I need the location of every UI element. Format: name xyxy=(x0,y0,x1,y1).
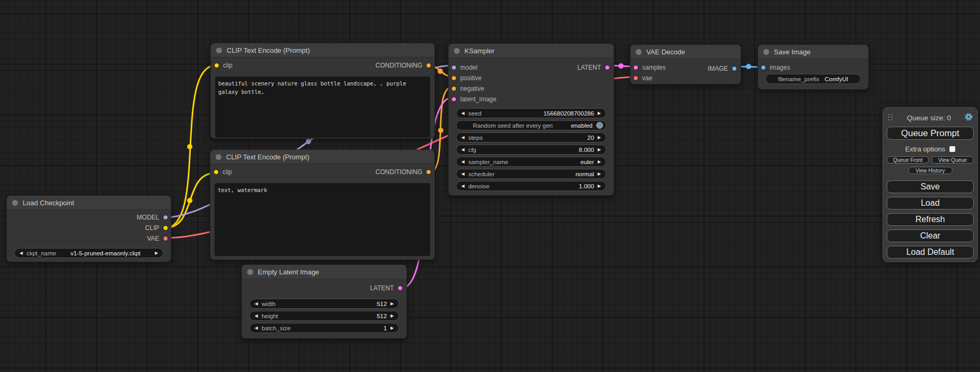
extra-options-checkbox[interactable] xyxy=(949,146,955,152)
batch-size-widget[interactable]: batch_size 1 xyxy=(249,323,399,333)
next-arrow-icon[interactable] xyxy=(155,251,158,255)
latent-port-icon[interactable] xyxy=(451,97,457,102)
node-empty-latent-image[interactable]: Empty Latent Image LATENT width 512 heig… xyxy=(241,264,407,339)
ckpt-name-widget[interactable]: ckpt_name v1-5-pruned-emaonly.ckpt xyxy=(14,248,163,258)
increment-arrow-icon[interactable] xyxy=(598,148,601,152)
filename-prefix-widget[interactable]: filename_prefix ComfyUI xyxy=(765,74,861,84)
drag-handle-icon[interactable] xyxy=(888,114,894,121)
latent-port-icon[interactable] xyxy=(605,65,610,70)
node-graph-canvas[interactable]: CLIP Text Encode (Prompt) clip CONDITION… xyxy=(0,0,980,372)
input-port-negative[interactable]: negative xyxy=(449,83,614,94)
model-port-icon[interactable] xyxy=(163,215,168,220)
node-title-bar[interactable]: CLIP Text Encode (Prompt) xyxy=(211,43,434,58)
increment-arrow-icon[interactable] xyxy=(598,172,601,176)
decrement-arrow-icon[interactable] xyxy=(255,326,258,330)
output-port-latent[interactable]: LATENT xyxy=(577,62,610,73)
increment-arrow-icon[interactable] xyxy=(598,136,601,140)
decrement-arrow-icon[interactable] xyxy=(255,314,258,318)
collapse-dot-icon[interactable] xyxy=(763,49,769,55)
image-port-icon[interactable] xyxy=(761,65,766,70)
width-widget[interactable]: width 512 xyxy=(249,299,399,309)
load-default-button[interactable]: Load Default xyxy=(887,246,974,259)
increment-arrow-icon[interactable] xyxy=(391,302,394,306)
clear-button[interactable]: Clear xyxy=(887,230,974,242)
clip-port-icon[interactable] xyxy=(163,225,168,231)
clip-port-icon[interactable] xyxy=(214,169,219,175)
output-port-clip[interactable]: CLIP xyxy=(7,223,171,233)
output-port-latent[interactable]: LATENT xyxy=(370,283,403,293)
decrement-arrow-icon[interactable] xyxy=(461,160,464,164)
view-history-button[interactable]: View History xyxy=(908,167,953,174)
node-clip-text-encode-negative[interactable]: CLIP Text Encode (Prompt) clip CONDITION… xyxy=(210,149,435,260)
increment-arrow-icon[interactable] xyxy=(598,160,601,164)
decrement-arrow-icon[interactable] xyxy=(461,111,464,116)
prompt-textarea[interactable]: text, watermark xyxy=(215,183,430,256)
decrement-arrow-icon[interactable] xyxy=(461,184,464,188)
view-queue-button[interactable]: View Queue xyxy=(932,156,974,164)
increment-arrow-icon[interactable] xyxy=(391,326,394,330)
output-port-image[interactable]: IMAGE xyxy=(707,63,737,74)
collapse-dot-icon[interactable] xyxy=(247,269,253,275)
prompt-textarea[interactable]: beautiful scenery nature glass bottle la… xyxy=(215,77,430,138)
latent-port-icon[interactable] xyxy=(397,285,403,291)
collapse-dot-icon[interactable] xyxy=(636,49,642,55)
input-port-vae[interactable]: vae xyxy=(630,73,741,83)
decrement-arrow-icon[interactable] xyxy=(461,148,464,152)
node-vae-decode[interactable]: VAE Decode IMAGE samples vae xyxy=(630,44,741,84)
node-title-bar[interactable]: Save Image xyxy=(758,45,868,59)
refresh-button[interactable]: Refresh xyxy=(887,213,974,226)
conditioning-port-icon[interactable] xyxy=(451,75,457,81)
node-title-bar[interactable]: VAE Decode xyxy=(630,45,741,59)
input-port-clip[interactable]: clip xyxy=(214,62,232,69)
vae-port-icon[interactable] xyxy=(163,236,168,241)
node-load-checkpoint[interactable]: Load Checkpoint MODEL CLIP VAE ckpt xyxy=(6,195,171,262)
previous-arrow-icon[interactable] xyxy=(20,251,23,255)
node-ksampler[interactable]: KSampler LATENT model positive negative xyxy=(448,43,614,196)
output-port-vae[interactable]: VAE xyxy=(7,233,171,244)
node-title-bar[interactable]: Empty Latent Image xyxy=(242,265,406,279)
conditioning-port-icon[interactable] xyxy=(426,63,431,68)
scheduler-widget[interactable]: scheduler normal xyxy=(456,169,606,179)
input-port-clip[interactable]: clip xyxy=(214,168,232,176)
collapse-dot-icon[interactable] xyxy=(216,154,221,160)
conditioning-port-icon[interactable] xyxy=(426,169,431,175)
load-button[interactable]: Load xyxy=(887,197,974,209)
increment-arrow-icon[interactable] xyxy=(391,314,394,318)
output-port-model[interactable]: MODEL xyxy=(7,212,171,223)
collapse-dot-icon[interactable] xyxy=(216,47,222,53)
sampler-name-widget[interactable]: sampler_name euler xyxy=(456,157,606,167)
node-clip-text-encode-positive[interactable]: CLIP Text Encode (Prompt) clip CONDITION… xyxy=(210,43,435,139)
input-port-latent-image[interactable]: latent_image xyxy=(449,94,614,104)
input-port-positive[interactable]: positive xyxy=(449,73,614,83)
seed-widget[interactable]: seed 156680208700286 xyxy=(456,108,606,118)
decrement-arrow-icon[interactable] xyxy=(255,302,258,306)
collapse-dot-icon[interactable] xyxy=(12,200,18,206)
decrement-arrow-icon[interactable] xyxy=(461,172,464,176)
queue-front-button[interactable]: Queue Front xyxy=(887,156,929,164)
height-widget[interactable]: height 512 xyxy=(249,311,399,321)
increment-arrow-icon[interactable] xyxy=(598,111,601,116)
node-title-bar[interactable]: Load Checkpoint xyxy=(7,196,171,210)
settings-gear-icon[interactable] xyxy=(964,112,973,123)
decrement-arrow-icon[interactable] xyxy=(461,136,464,140)
model-port-icon[interactable] xyxy=(451,65,457,70)
collapse-dot-icon[interactable] xyxy=(454,48,460,54)
output-port-conditioning[interactable]: CONDITIONING xyxy=(375,168,431,176)
random-seed-toggle[interactable]: Random seed after every gen enabled xyxy=(456,120,606,130)
node-save-image[interactable]: Save Image images filename_prefix ComfyU… xyxy=(758,44,869,90)
steps-widget[interactable]: steps 20 xyxy=(456,132,606,142)
denoise-widget[interactable]: denoise 1.000 xyxy=(456,181,606,191)
image-port-icon[interactable] xyxy=(732,66,737,71)
output-port-conditioning[interactable]: CONDITIONING xyxy=(375,62,431,69)
save-button[interactable]: Save xyxy=(887,180,974,193)
vae-port-icon[interactable] xyxy=(633,75,638,81)
increment-arrow-icon[interactable] xyxy=(598,184,601,188)
toggle-knob-icon[interactable] xyxy=(596,122,603,129)
cfg-widget[interactable]: cfg 8.000 xyxy=(456,145,606,155)
latent-port-icon[interactable] xyxy=(633,65,638,70)
node-title-bar[interactable]: CLIP Text Encode (Prompt) xyxy=(210,150,434,164)
input-port-images[interactable]: images xyxy=(758,62,868,73)
node-title-bar[interactable]: KSampler xyxy=(449,44,614,58)
clip-port-icon[interactable] xyxy=(214,63,219,68)
queue-prompt-button[interactable]: Queue Prompt xyxy=(887,127,974,140)
